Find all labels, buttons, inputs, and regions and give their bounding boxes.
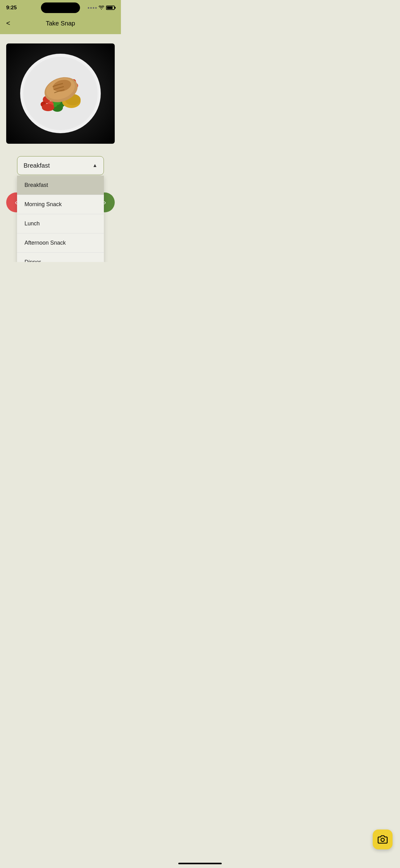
signal-dots — [88, 7, 97, 9]
food-image — [6, 43, 115, 144]
battery-fill — [107, 6, 112, 9]
status-bar: 9:25 — [0, 0, 121, 16]
signal-dot-3 — [93, 7, 94, 9]
dropdown-selected-value[interactable]: Breakfast ▲ — [17, 156, 104, 175]
dynamic-island — [41, 2, 80, 13]
dropdown-option-morning-snack[interactable]: Morning Snack — [17, 195, 104, 214]
dropdown-option-breakfast[interactable]: Breakfast — [17, 176, 104, 195]
wifi-icon — [99, 6, 104, 10]
plate-svg — [6, 43, 115, 144]
dropdown-option-afternoon-snack[interactable]: Afternoon Snack — [17, 234, 104, 253]
battery-icon — [106, 6, 115, 10]
back-button[interactable]: < — [6, 19, 10, 27]
meal-type-dropdown[interactable]: Breakfast ▲ Breakfast Morning Snack Lunc… — [17, 156, 104, 175]
header: < Take Snap — [0, 16, 121, 34]
dropdown-menu: Breakfast Morning Snack Lunch Afternoon … — [17, 176, 104, 262]
dropdown-option-dinner[interactable]: Dinner — [17, 253, 104, 262]
dropdown-option-lunch[interactable]: Lunch — [17, 214, 104, 234]
selected-meal-label: Breakfast — [24, 162, 49, 169]
svg-point-11 — [42, 104, 54, 111]
main-content: Breakfast ▲ Breakfast Morning Snack Lunc… — [0, 34, 121, 181]
dropdown-arrow-icon: ▲ — [92, 163, 97, 168]
food-illustration — [14, 47, 107, 140]
page-title: Take Snap — [46, 20, 75, 27]
signal-dot-2 — [90, 7, 92, 9]
signal-dot-4 — [95, 7, 97, 9]
signal-dot-1 — [88, 7, 89, 9]
status-time: 9:25 — [6, 5, 17, 11]
status-icons — [88, 6, 115, 10]
